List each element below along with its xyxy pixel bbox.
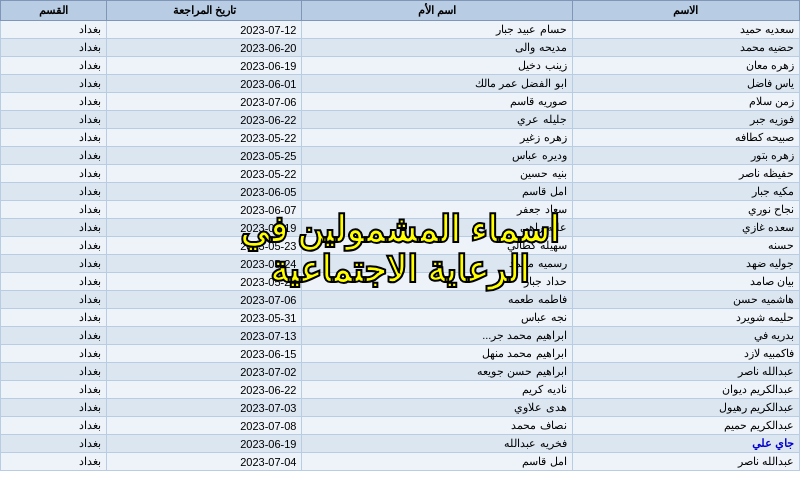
table-cell: سعده غازي xyxy=(572,219,799,237)
table-cell: هدى علاوي xyxy=(302,399,572,417)
table-cell: 2023-06-19 xyxy=(106,57,302,75)
table-cell: 2023-05-23 xyxy=(106,237,302,255)
table-row: زهره معانزينب دخيل2023-06-19بغداد xyxy=(1,57,800,75)
table-cell: 2023-07-04 xyxy=(106,453,302,471)
table-cell: 2023-06-22 xyxy=(106,381,302,399)
table-cell: 2023-07-12 xyxy=(106,21,302,39)
table-cell: فاكمبيه لازد xyxy=(572,345,799,363)
header-date: تاريخ المراجعة xyxy=(106,1,302,21)
table-cell: حفيظه ناصر xyxy=(572,165,799,183)
table-cell: حضيه محمد xyxy=(572,39,799,57)
table-cell: بغداد xyxy=(1,417,107,435)
page-container: الاسم اسم الأم تاريخ المراجعة القسم سعدي… xyxy=(0,0,800,500)
table-row: عبدالكريم ديوانناديه كريم2023-06-22بغداد xyxy=(1,381,800,399)
table-cell: عبدالكريم رهيول xyxy=(572,399,799,417)
table-cell: 2023-06-19 xyxy=(106,435,302,453)
table-cell: زهره زغير xyxy=(302,129,572,147)
table-cell: بغداد xyxy=(1,453,107,471)
table-cell: بغداد xyxy=(1,39,107,57)
table-cell: 2023-06-07 xyxy=(106,201,302,219)
table-row: ياس فاضلابو الفضل عمر مالك2023-06-01بغدا… xyxy=(1,75,800,93)
table-cell: بغداد xyxy=(1,237,107,255)
table-cell: 2023-07-02 xyxy=(106,363,302,381)
table-row: حضيه محمدمدیحه والی2023-06-20بغداد xyxy=(1,39,800,57)
table-cell: بغداد xyxy=(1,147,107,165)
table-cell: حسنه xyxy=(572,237,799,255)
table-cell: بغداد xyxy=(1,219,107,237)
table-cell: 2023-07-03 xyxy=(106,399,302,417)
table-header-row: الاسم اسم الأم تاريخ المراجعة القسم xyxy=(1,1,800,21)
table-cell: جليله عري xyxy=(302,111,572,129)
table-cell: هاشميه حسن xyxy=(572,291,799,309)
table-cell: نصاف محمد xyxy=(302,417,572,435)
table-row: زهره بتوروديره عباس2023-05-25بغداد xyxy=(1,147,800,165)
table-cell: عبدالله ناصر xyxy=(572,363,799,381)
table-cell: 2023-07-13 xyxy=(106,327,302,345)
table-cell: بغداد xyxy=(1,183,107,201)
table-cell: حليمه شويرد xyxy=(572,309,799,327)
table-row: حفيظه ناصربنيه حسين2023-05-22بغداد xyxy=(1,165,800,183)
table-cell: بغداد xyxy=(1,255,107,273)
table-row: حليمه شويردنجه عباس2023-05-31بغداد xyxy=(1,309,800,327)
data-table: الاسم اسم الأم تاريخ المراجعة القسم سعدي… xyxy=(0,0,800,471)
table-cell: مدیحه والی xyxy=(302,39,572,57)
table-cell: 2023-07-06 xyxy=(106,291,302,309)
table-cell: وديره عباس xyxy=(302,147,572,165)
table-cell: بغداد xyxy=(1,327,107,345)
table-cell: صوريه قاسم xyxy=(302,93,572,111)
table-cell: بغداد xyxy=(1,309,107,327)
header-mother-name: اسم الأم xyxy=(302,1,572,21)
table-cell: بغداد xyxy=(1,345,107,363)
table-cell: 2023-05-22 xyxy=(106,165,302,183)
table-cell: ابراهيم محمد منهل xyxy=(302,345,572,363)
table-cell: سعاد جعفر xyxy=(302,201,572,219)
table-cell: ابراهيم محمد جر... xyxy=(302,327,572,345)
table-cell: سعديه حميد xyxy=(572,21,799,39)
table-row: بدريه فيابراهيم محمد جر...2023-07-13بغدا… xyxy=(1,327,800,345)
table-cell: 2023-06-05 xyxy=(106,183,302,201)
table-cell: رسميه محمد xyxy=(302,255,572,273)
table-cell: بيان صامد xyxy=(572,273,799,291)
table-cell: بغداد xyxy=(1,57,107,75)
table-cell: عبدالكريم حميم xyxy=(572,417,799,435)
table-cell: بغداد xyxy=(1,129,107,147)
table-cell: بغداد xyxy=(1,273,107,291)
table-cell: ياس فاضل xyxy=(572,75,799,93)
table-cell: عليه راهي xyxy=(302,219,572,237)
table-cell: بغداد xyxy=(1,201,107,219)
table-cell: 2023-05-22 xyxy=(106,273,302,291)
table-row: سعده غازيعليه راهي2023-06-19بغداد xyxy=(1,219,800,237)
table-cell: بغداد xyxy=(1,381,107,399)
table-cell: فاطمه طعمه xyxy=(302,291,572,309)
table-row: حسنهسهيله كطالي2023-05-23بغداد xyxy=(1,237,800,255)
table-cell: 2023-05-22 xyxy=(106,129,302,147)
table-row: عبدالكريم حميمنصاف محمد2023-07-08بغداد xyxy=(1,417,800,435)
table-cell: بنيه حسين xyxy=(302,165,572,183)
table-cell: نجه عباس xyxy=(302,309,572,327)
table-cell: جوليه ضهد xyxy=(572,255,799,273)
table-cell: ابراهيم حسن جويعه xyxy=(302,363,572,381)
table-cell: بغداد xyxy=(1,165,107,183)
table-body: سعديه حميدحسام عبيد جبار2023-07-12بغدادح… xyxy=(1,21,800,471)
header-section: القسم xyxy=(1,1,107,21)
table-row: سعديه حميدحسام عبيد جبار2023-07-12بغداد xyxy=(1,21,800,39)
table-cell: فخريه عبدالله xyxy=(302,435,572,453)
table-cell: 2023-05-24 xyxy=(106,255,302,273)
table-cell: امل قاسم xyxy=(302,453,572,471)
table-cell: 2023-06-20 xyxy=(106,39,302,57)
table-row: عبدالله ناصرابراهيم حسن جويعه2023-07-02ب… xyxy=(1,363,800,381)
table-row: فاكمبيه لازدابراهيم محمد منهل2023-06-15ب… xyxy=(1,345,800,363)
table-cell: بغداد xyxy=(1,75,107,93)
table-row: عبدالله ناصرامل قاسم2023-07-04بغداد xyxy=(1,453,800,471)
table-cell: بغداد xyxy=(1,435,107,453)
table-cell: بغداد xyxy=(1,111,107,129)
table-cell: 2023-06-19 xyxy=(106,219,302,237)
table-cell: بدريه في xyxy=(572,327,799,345)
table-cell: زينب دخيل xyxy=(302,57,572,75)
table-row: عبدالكريم رهيولهدى علاوي2023-07-03بغداد xyxy=(1,399,800,417)
table-cell: مكيه جبار xyxy=(572,183,799,201)
table-cell: زمن سلام xyxy=(572,93,799,111)
table-row: هاشميه حسنفاطمه طعمه2023-07-06بغداد xyxy=(1,291,800,309)
table-cell: زهره معان xyxy=(572,57,799,75)
table-row: جاي عليفخريه عبدالله2023-06-19بغداد xyxy=(1,435,800,453)
